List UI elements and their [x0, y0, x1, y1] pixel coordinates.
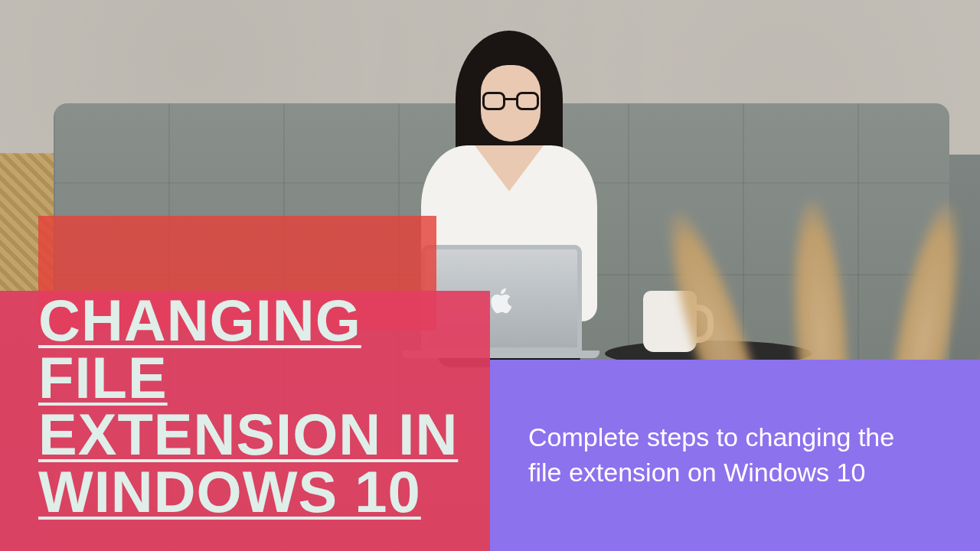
mug: [643, 291, 697, 352]
glasses-icon: [482, 92, 539, 110]
subtitle-text: Complete steps to changing the file exte…: [528, 420, 934, 491]
main-title: CHANGING FILE EXTENSION IN WINDOWS 10: [38, 292, 467, 520]
apple-logo-icon: [490, 287, 513, 315]
right-panel: Complete steps to changing the file exte…: [490, 360, 980, 551]
